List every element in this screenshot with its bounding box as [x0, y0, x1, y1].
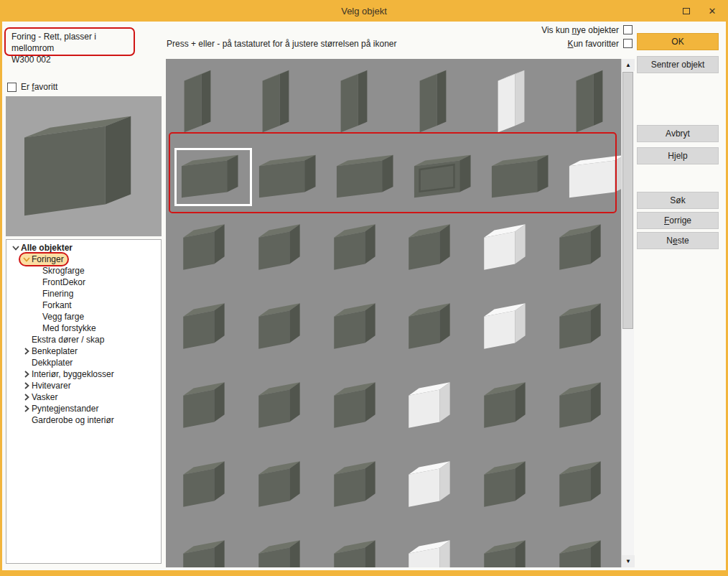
object-thumbnail-cube[interactable] [174, 530, 236, 567]
object-3d-icon [480, 534, 533, 567]
object-3d-icon [555, 455, 608, 514]
tree-item-ekstra-dører-skap[interactable]: Ekstra dører / skap [6, 334, 161, 345]
object-thumbnail-cube[interactable] [174, 451, 236, 519]
object-3d-icon [480, 455, 533, 514]
tree-item-med-forstykke[interactable]: Med forstykke [6, 322, 161, 334]
button-hjelp[interactable]: Hjelp [637, 147, 719, 164]
scroll-up-button[interactable]: ▲ [622, 59, 635, 71]
tree-item-forkant[interactable]: Forkant [6, 299, 161, 311]
titlebar[interactable]: Velg objekt ✕ [0, 0, 728, 22]
tree-item-alle-objekter[interactable]: Alle objekter [6, 242, 161, 254]
button-sentrer-objekt[interactable]: Sentrer objekt [637, 56, 719, 73]
scroll-down-button[interactable]: ▼ [622, 555, 635, 567]
object-thumbnail-cube[interactable] [400, 451, 462, 519]
chevron-right-icon[interactable] [21, 370, 32, 378]
object-thumbnail-cube[interactable] [250, 372, 312, 440]
chevron-down-icon[interactable] [21, 255, 32, 264]
scrollbar-thumb[interactable] [622, 72, 633, 329]
object-thumbnail-wide[interactable] [407, 148, 485, 206]
object-3d-icon [254, 297, 307, 356]
tree-item-vegg-farge[interactable]: Vegg farge [6, 311, 161, 322]
object-thumbnail-wide[interactable] [485, 148, 562, 206]
close-button[interactable]: ✕ [701, 0, 724, 22]
object-thumbnail-cube[interactable] [325, 293, 387, 361]
checkbox-unchecked-icon[interactable] [623, 25, 633, 34]
object-thumbnail-cube[interactable] [325, 372, 387, 440]
object-3d-icon [179, 297, 232, 356]
object-thumbnail-cube[interactable] [250, 451, 312, 519]
object-3d-icon [571, 69, 608, 135]
object-thumbnail-cube[interactable] [551, 530, 612, 567]
filter-checkboxes: Vis kun nye objekterKun favoritter [475, 23, 633, 50]
button-neste[interactable]: Neste [637, 232, 719, 249]
restore-button[interactable] [675, 0, 698, 22]
object-thumbnail-cube[interactable] [174, 372, 236, 440]
tree-item-benkeplater[interactable]: Benkeplater [6, 345, 161, 357]
button-avbryt[interactable]: Avbryt [637, 125, 719, 142]
filter-checkbox-vis-kun-nye-objekter[interactable]: Vis kun nye objekter [475, 23, 633, 37]
object-thumbnail-wide[interactable] [252, 148, 330, 206]
chevron-right-icon[interactable] [21, 347, 32, 356]
object-thumbnail-cube[interactable] [325, 214, 387, 282]
tree-item-pyntegjenstander[interactable]: Pyntegjenstander [6, 403, 161, 414]
filter-checkbox-kun-favoritter[interactable]: Kun favoritter [475, 37, 633, 50]
chevron-down-icon[interactable] [10, 243, 21, 252]
object-3d-icon [566, 152, 621, 202]
object-thumbnail-tall[interactable] [410, 65, 456, 139]
object-thumbnail-cube[interactable] [250, 214, 312, 282]
tree-item-skrogfarge[interactable]: Skrogfarge [6, 265, 161, 277]
object-thumbnail-cube[interactable] [400, 293, 462, 361]
object-thumbnail-cube[interactable] [551, 293, 612, 361]
tree-indent-spacer [21, 416, 32, 424]
chevron-right-icon[interactable] [21, 404, 32, 413]
object-thumbnail-cube[interactable] [475, 451, 537, 519]
tree-item-vasker[interactable]: Vasker [6, 391, 161, 403]
object-3d-icon [254, 218, 307, 277]
object-thumbnail-cube[interactable] [400, 214, 462, 282]
object-thumbnail-tall[interactable] [174, 65, 220, 139]
object-thumbnail-cube[interactable] [551, 214, 612, 282]
checkbox-unchecked-icon[interactable] [623, 39, 633, 48]
object-thumbnail-cube[interactable] [551, 451, 612, 519]
object-thumbnail-wide[interactable] [174, 148, 252, 206]
object-3d-icon [330, 297, 383, 356]
tree-item-frontdekor[interactable]: FrontDekor [6, 277, 161, 288]
action-buttons: OKSentrer objektAvbrytHjelpSøkForrigeNes… [637, 22, 719, 570]
object-thumbnail-cube[interactable] [475, 530, 537, 567]
tree-item-dekkplater[interactable]: Dekkplater [6, 357, 161, 368]
tree-item-interiør-byggeklosser[interactable]: Interiør, byggeklosser [6, 368, 161, 380]
object-thumbnail-cube[interactable] [475, 293, 537, 361]
tree-item-foringer[interactable]: Foringer [6, 254, 161, 265]
object-thumbnail-cube[interactable] [174, 293, 236, 361]
object-thumbnail-tall[interactable] [331, 65, 377, 139]
object-thumbnail-wide[interactable] [330, 148, 407, 206]
button-søk[interactable]: Søk [637, 192, 719, 209]
object-3d-icon [555, 534, 608, 567]
object-3d-icon [404, 534, 457, 567]
object-thumbnail-cube[interactable] [400, 530, 462, 567]
tree-item-finering[interactable]: Finering [6, 288, 161, 299]
chevron-right-icon[interactable] [21, 393, 32, 401]
tree-item-hvitevarer[interactable]: Hvitevarer [6, 380, 161, 391]
object-thumbnail-wide[interactable] [562, 148, 621, 206]
object-thumbnail-cube[interactable] [174, 214, 236, 282]
object-thumbnail-cube[interactable] [475, 214, 537, 282]
button-ok[interactable]: OK [637, 33, 719, 50]
object-thumbnail-cube[interactable] [250, 293, 312, 361]
object-thumbnail-tall[interactable] [253, 65, 299, 139]
object-thumbnail-cube[interactable] [475, 372, 537, 440]
object-thumbnail-cube[interactable] [325, 530, 387, 567]
window-title: Velg objekt [341, 6, 387, 17]
scrollbar[interactable]: ▲ ▼ [621, 59, 634, 567]
object-thumbnail-cube[interactable] [325, 451, 387, 519]
favorite-checkbox[interactable]: Er favoritt [7, 82, 57, 92]
tree-item-garderobe-og-interiør[interactable]: Garderobe og interiør [6, 414, 161, 426]
checkbox-unchecked-icon[interactable] [7, 83, 17, 92]
chevron-right-icon[interactable] [21, 381, 32, 390]
object-thumbnail-cube[interactable] [551, 372, 612, 440]
object-thumbnail-tall[interactable] [566, 65, 612, 139]
button-forrige[interactable]: Forrige [637, 212, 719, 229]
object-thumbnail-tall[interactable] [488, 65, 534, 139]
object-thumbnail-cube[interactable] [400, 372, 462, 440]
object-thumbnail-cube[interactable] [250, 530, 312, 567]
